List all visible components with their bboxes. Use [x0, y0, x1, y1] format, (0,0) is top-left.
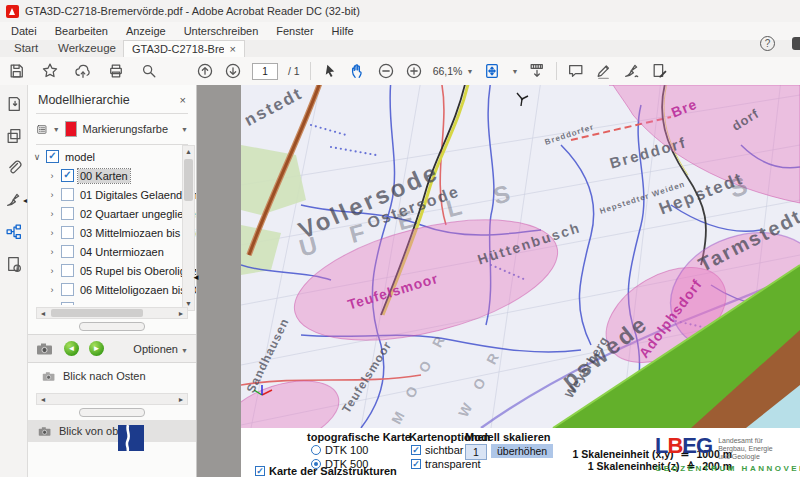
tree-checkbox[interactable]	[61, 264, 74, 277]
zoom-level-control[interactable]: 66,1% ▼	[433, 65, 474, 77]
tree-chevron-icon[interactable]: ›	[47, 247, 57, 257]
page-info-icon[interactable]	[5, 255, 23, 273]
tree-chevron-icon[interactable]: ∨	[32, 152, 42, 162]
panel-splitter[interactable]	[79, 322, 145, 331]
tree-item[interactable]: ›04 Untermiozaen	[28, 242, 196, 261]
chevron-down-icon[interactable]: ▼	[511, 68, 518, 75]
edit-tools-icon[interactable]	[651, 62, 669, 80]
print-icon[interactable]	[107, 62, 125, 80]
scrolling-mode-icon[interactable]	[528, 62, 546, 80]
attachments-icon[interactable]	[5, 159, 23, 177]
panel-splitter[interactable]	[79, 408, 145, 417]
tree-options-icon[interactable]	[36, 122, 48, 137]
tree-checkbox[interactable]	[61, 283, 74, 296]
tab-start[interactable]: Start	[14, 42, 38, 54]
scroll-up-icon[interactable]: ▲	[183, 146, 194, 158]
previous-page-icon[interactable]	[196, 62, 214, 80]
page-thumbnails-icon[interactable]	[5, 127, 23, 145]
tree-item[interactable]: ›07 Oberpalaeozaen bis Unte	[28, 299, 196, 305]
collapse-pane-icon[interactable]: ◂	[23, 196, 27, 205]
search-icon[interactable]	[140, 62, 158, 80]
star-icon[interactable]	[41, 62, 59, 80]
menu-item-anzeige[interactable]: Anzeige	[117, 25, 175, 37]
scrollbar-thumb[interactable]	[184, 159, 193, 201]
visible-checkbox[interactable]: ✓ sichtbar	[411, 444, 464, 456]
comment-icon[interactable]	[567, 62, 585, 80]
select-tool-icon[interactable]	[321, 62, 339, 80]
radio-icon[interactable]	[311, 445, 321, 455]
collapse-pane-icon[interactable]: ◄	[192, 273, 200, 282]
exaggerate-button[interactable]: überhöhen	[491, 444, 553, 458]
tree-chevron-icon[interactable]: ›	[47, 171, 57, 181]
highlight-pencil-icon[interactable]	[595, 62, 613, 80]
tab-werkzeuge[interactable]: Werkzeuge	[58, 42, 116, 54]
scale-value-input[interactable]: 1	[465, 444, 487, 460]
tab-document[interactable]: GTA3D-C2718-Bre... ×	[123, 40, 245, 57]
tree-checkbox[interactable]	[61, 207, 74, 220]
radio-dtk100[interactable]: DTK 100	[311, 444, 368, 456]
model-tree-icon[interactable]	[5, 223, 23, 241]
divider	[36, 144, 188, 145]
views-horizontal-scrollbar[interactable]: ◄ ►	[36, 393, 188, 405]
tree-chevron-icon[interactable]: ›	[47, 228, 57, 238]
checkbox-checked-icon[interactable]: ✓	[411, 459, 421, 469]
tree-item[interactable]: ›03 Mittelmiozaen bis Pliozae	[28, 223, 196, 242]
next-view-button[interactable]: ►	[89, 341, 104, 356]
bookmarks-icon[interactable]	[5, 95, 23, 113]
next-page-icon[interactable]	[224, 62, 242, 80]
scroll-left-icon[interactable]: ◄	[37, 310, 49, 317]
chevron-down-icon[interactable]: ▼	[181, 126, 188, 133]
hand-tool-icon[interactable]	[349, 62, 367, 80]
scroll-left-icon[interactable]: ◄	[37, 396, 49, 403]
menu-item-fenster[interactable]: Fenster	[267, 25, 322, 37]
tree-chevron-icon[interactable]: ›	[47, 190, 57, 200]
tree-horizontal-scrollbar[interactable]: ◄ ►	[36, 307, 188, 319]
chevron-down-icon[interactable]: ▼	[53, 126, 60, 133]
tree-checkbox[interactable]: ✓	[46, 150, 59, 163]
help-icon[interactable]: ?	[760, 36, 775, 51]
page-view-icon[interactable]	[483, 62, 501, 80]
page-number-input[interactable]: 1	[252, 63, 278, 80]
tree-item[interactable]: ›05 Rupel bis Oberoligozaen	[28, 261, 196, 280]
tree-chevron-icon[interactable]: ›	[47, 285, 57, 295]
tree-checkbox[interactable]	[61, 188, 74, 201]
tree-checkbox[interactable]	[61, 226, 74, 239]
tree-checkbox[interactable]	[61, 302, 74, 305]
tree-item[interactable]: ›✓00 Karten	[28, 166, 196, 185]
checkbox-checked-icon[interactable]: ✓	[255, 466, 265, 476]
view-item-blick-nach-osten[interactable]: Blick nach Osten	[28, 363, 196, 389]
tree-item[interactable]: ›06 Mitteloligozaen bis Obere	[28, 280, 196, 299]
menu-item-hilfe[interactable]: Hilfe	[323, 25, 363, 37]
fill-sign-icon[interactable]	[623, 62, 641, 80]
previous-view-button[interactable]: ◄	[64, 341, 79, 356]
close-tab-icon[interactable]: ×	[230, 43, 236, 55]
view-item-blick-von-oben[interactable]: Blick von oben	[28, 420, 196, 442]
close-panel-icon[interactable]: ×	[180, 94, 186, 106]
save-icon[interactable]	[8, 62, 26, 80]
map-3d-view[interactable]: nstedtVollersodeOstersodeBreddorferBredo…	[241, 85, 800, 428]
share-cloud-icon[interactable]	[74, 62, 92, 80]
notification-icon[interactable]	[792, 37, 800, 50]
menu-item-bearbeiten[interactable]: Bearbeiten	[46, 25, 117, 37]
checkbox-checked-icon[interactable]: ✓	[411, 445, 421, 455]
scroll-right-icon[interactable]: ►	[175, 396, 187, 403]
salt-structures-checkbox[interactable]: ✓ Karte der Salzstrukturen	[255, 465, 397, 477]
zoom-out-icon[interactable]	[377, 62, 395, 80]
tree-checkbox[interactable]: ✓	[61, 169, 74, 182]
tree-chevron-icon[interactable]: ›	[47, 304, 57, 306]
tree-item[interactable]: ›02 Quartaer ungegliedert	[28, 204, 196, 223]
zoom-in-icon[interactable]	[405, 62, 423, 80]
options-menu[interactable]: Optionen ▼	[133, 343, 188, 355]
tree-vertical-scrollbar[interactable]: ▲ ▼	[182, 145, 195, 311]
scroll-right-icon[interactable]: ►	[175, 310, 187, 317]
tree-chevron-icon[interactable]: ›	[47, 266, 57, 276]
tree-item[interactable]: ›01 Digitales Gelaendemodell	[28, 185, 196, 204]
tree-item[interactable]: ∨✓model	[28, 147, 182, 166]
tree-checkbox[interactable]	[61, 245, 74, 258]
marker-color-swatch[interactable]	[65, 121, 78, 137]
menu-item-datei[interactable]: Datei	[2, 25, 46, 37]
signature-icon[interactable]	[5, 191, 23, 209]
tree-chevron-icon[interactable]: ›	[47, 209, 57, 219]
scrollbar-thumb[interactable]	[51, 309, 143, 317]
menu-item-unterschreiben[interactable]: Unterschreiben	[175, 25, 268, 37]
